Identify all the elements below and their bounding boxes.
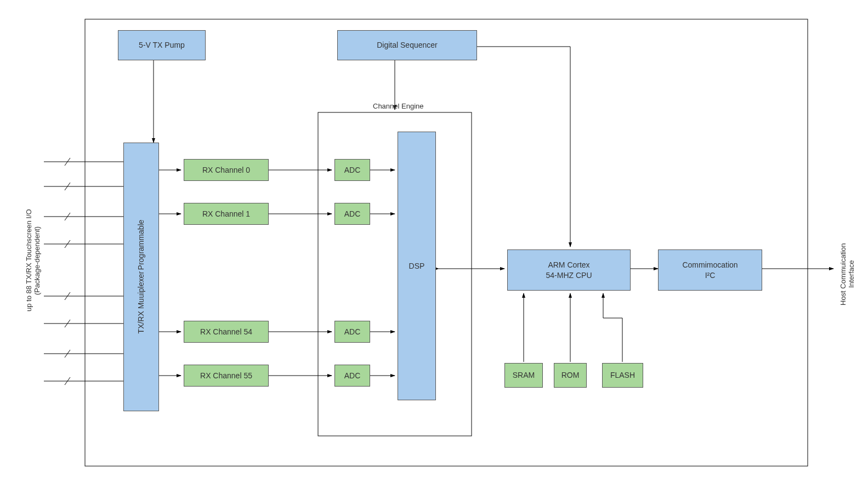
svg-rect-0 <box>85 19 808 466</box>
diagram-stage: up to 88 TX/RX Touchscreen I/O (Package-… <box>0 0 868 488</box>
block-rx-1: RX Channel 1 <box>184 203 269 225</box>
block-cpu: ARM Cortex 54-MHZ CPU <box>507 249 631 291</box>
block-flash: FLASH <box>602 363 643 388</box>
block-adc-0: ADC <box>334 159 370 181</box>
block-rx-55: RX Channel 55 <box>184 365 269 387</box>
mux-label-1: Programmable <box>136 220 146 270</box>
left-io-label: up to 88 TX/RX Touchscreen I/O (Package-… <box>25 192 41 329</box>
channel-engine-title: Channel Engine <box>373 102 424 110</box>
block-adc-54: ADC <box>334 321 370 343</box>
block-rom: ROM <box>554 363 587 388</box>
block-adc-1: ADC <box>334 203 370 225</box>
right-host-label: Host Commuication Interface <box>839 219 855 329</box>
block-sram: SRAM <box>504 363 543 388</box>
block-mux: TX/RX Muuiplexer Programmable <box>123 143 159 411</box>
mux-label-2: TX/RX Muuiplexer <box>136 271 146 334</box>
block-dsp: DSP <box>398 132 436 400</box>
block-comm: Commimocation I²C <box>658 249 762 291</box>
block-rx-0: RX Channel 0 <box>184 159 269 181</box>
block-tx-pump: 5-V TX Pump <box>118 30 206 60</box>
block-digital-sequencer: Digital Sequencer <box>337 30 477 60</box>
cpu-label-2: 54-MHZ CPU <box>546 270 592 280</box>
cpu-label-1: ARM Cortex <box>546 260 592 270</box>
block-adc-55: ADC <box>334 365 370 387</box>
block-rx-54: RX Channel 54 <box>184 321 269 343</box>
